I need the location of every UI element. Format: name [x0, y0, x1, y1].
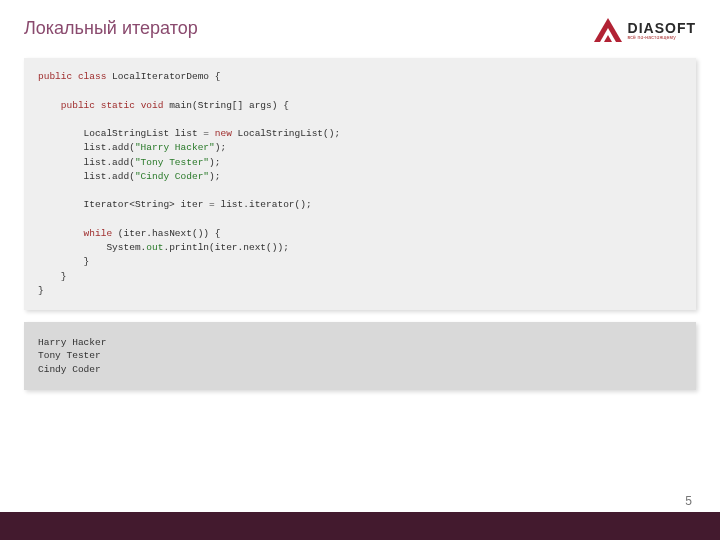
logo-text: DIASOFT всё по-настоящему — [628, 21, 696, 40]
page-number: 5 — [685, 494, 692, 508]
brand-logo: DIASOFT всё по-настоящему — [594, 18, 696, 42]
footer-bar — [0, 512, 720, 540]
output-block: Harry Hacker Tony Tester Cindy Coder — [24, 322, 696, 390]
code-block: public class LocalIteratorDemo { public … — [24, 58, 696, 310]
logo-name: DIASOFT — [628, 21, 696, 35]
logo-tagline: всё по-настоящему — [628, 35, 696, 40]
slide-header: Локальный итератор DIASOFT всё по-настоя… — [0, 0, 720, 50]
logo-icon — [594, 18, 622, 42]
slide-title: Локальный итератор — [24, 18, 198, 39]
